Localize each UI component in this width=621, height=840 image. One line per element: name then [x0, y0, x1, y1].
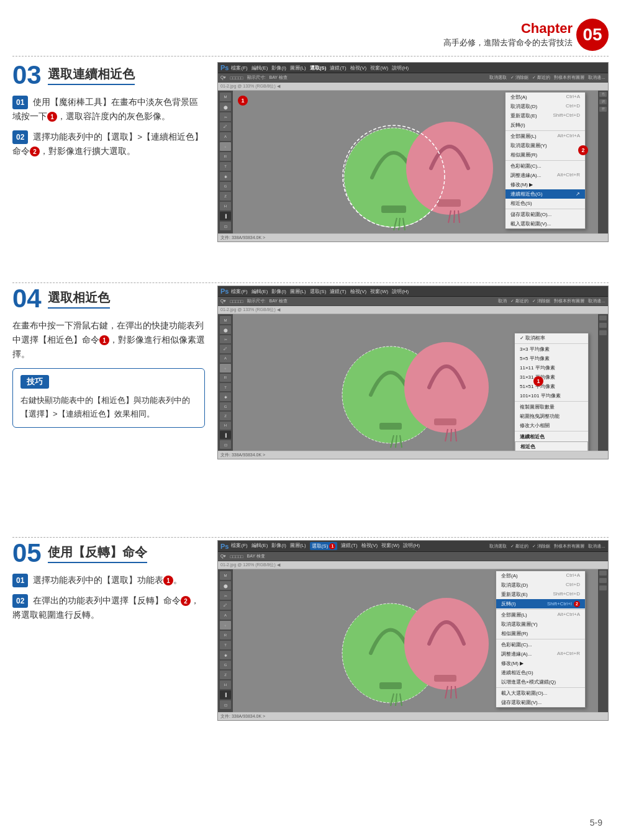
right-panels-05 — [598, 569, 608, 712]
tool-6: ⬦ — [220, 142, 231, 151]
select-menu-active: 選取(S) 1 — [310, 542, 338, 550]
section-05: 05 使用【反轉】命令 01 選擇功能表列中的【選取】功能表1。 02 在彈出的… — [12, 540, 609, 721]
svg-rect-3 — [437, 199, 461, 207]
section-05-screenshot: Ps 檔案(F) 編輯(E) 影像(I) 圖層(L) 選取(S) 1 濾鏡(T)… — [217, 540, 609, 721]
ps-window-03: Ps 檔案(F) 編輯(E) 影像(I) 圖層(L) 選取(S) 濾鏡(T) 檢… — [217, 62, 609, 242]
circle-4-1: 1 — [99, 335, 109, 345]
section-divider-04 — [12, 282, 609, 283]
section-04-left: 04 選取相近色 在畫布中按一下滑鼠右鍵，在彈出的快捷功能表列中選擇【相近色】命… — [12, 286, 205, 459]
tool-4: 🖊 — [220, 122, 231, 131]
ps-statusbar-03: 文件: 338A/93834.0K > — [218, 233, 608, 242]
section-05-left: 05 使用【反轉】命令 01 選擇功能表列中的【選取】功能表1。 02 在彈出的… — [12, 540, 205, 721]
tool-10: G — [220, 182, 231, 191]
step-badge-05-02: 02 — [12, 594, 28, 608]
menu-item-invert: 反轉(I) Shift+Ctrl+I2 — [496, 599, 585, 608]
context-menu-similar: 相近色 — [515, 441, 588, 451]
section-04-name: 選取相近色 — [48, 289, 110, 309]
circle-1: 1 — [47, 112, 57, 122]
section-04-num: 04 — [12, 286, 42, 312]
tool-13: ▐ — [220, 212, 231, 220]
section-03-num: 03 — [12, 62, 42, 88]
svg-rect-1 — [381, 205, 406, 213]
section-05-step02: 02 在彈出的功能表列中選擇【反轉】命令2，將選取範圍進行反轉。 — [12, 594, 205, 623]
tool-1: M — [220, 93, 231, 101]
tip-box-04: 技巧 右鍵快顯功能表中的【相近色】與功能表列中的【選擇】>【連續相近色】效果相同… — [12, 368, 205, 428]
tool-3: ✂ — [220, 112, 231, 121]
step-badge-05-01: 01 — [12, 574, 28, 587]
section-03-step02: 02 選擇功能表列中的【選取】>【連續相近色】命令2，對影像進行擴大選取。 — [12, 130, 205, 159]
tool-12: H — [220, 202, 231, 210]
ps-statusbar-04: 文件: 338A/93834.0K > — [218, 451, 608, 459]
tool-8: T — [220, 162, 231, 171]
tool-2: ⬤ — [220, 102, 231, 111]
svg-rect-12 — [379, 423, 402, 430]
step-indicator-1: 1 — [238, 96, 248, 106]
chapter-subtitle: 高手必修，進階去背命令的去背技法 — [443, 37, 573, 48]
section-05-name: 使用【反轉】命令 — [48, 544, 147, 563]
section-03-screenshot: Ps 檔案(F) 編輯(E) 影像(I) 圖層(L) 選取(S) 濾鏡(T) 檢… — [217, 62, 609, 242]
section-04-title: 04 選取相近色 — [12, 286, 205, 312]
right-panels-03: 色 調 歷 — [598, 91, 608, 233]
section-04-screenshot: Ps 檔案(F) 編輯(E) 影像(I) 圖層(L) 選取(S) 濾鏡(T) 檢… — [217, 286, 609, 459]
tool-9: ✱ — [220, 172, 231, 181]
svg-line-29 — [451, 686, 451, 698]
chapter-text-block: Chapter 高手必修，進階去背命令的去背技法 — [443, 21, 573, 48]
ps-logo-03: Ps — [220, 64, 229, 71]
ps-logo-05: Ps — [220, 543, 229, 550]
ps-window-05: Ps 檔案(F) 編輯(E) 影像(I) 圖層(L) 選取(S) 1 濾鏡(T)… — [217, 540, 609, 721]
step-indicator-2: 2 — [578, 145, 588, 155]
section-05-title: 05 使用【反轉】命令 — [12, 540, 205, 566]
section-divider-05 — [12, 537, 609, 538]
svg-line-19 — [451, 429, 451, 441]
menu-item-grow: 連續相近色(G) ↗ — [505, 189, 585, 199]
section-03-step01: 01 使用【魔術棒工具】在畫布中淡灰色背景區域按一下1，選取容許度內的灰色影像。 — [12, 96, 205, 124]
section-05-step01: 01 選擇功能表列中的【選取】功能表1。 — [12, 574, 205, 588]
page-number: 5-9 — [590, 818, 602, 828]
chapter-word: Chapter — [443, 21, 573, 36]
step-badge-01: 01 — [12, 96, 28, 109]
section-03-title: 03 選取連續相近色 — [12, 62, 205, 88]
svg-rect-22 — [379, 682, 402, 689]
tool-11: Z — [220, 192, 231, 201]
step-indicator-4-1: 1 — [533, 376, 543, 386]
select-dropdown-03: 全部(A) Ctrl+A 取消選取(D) Ctrl+D 重新選取(E) Shif… — [505, 92, 586, 229]
step-badge-02: 02 — [12, 130, 28, 144]
circle-2: 2 — [30, 147, 40, 156]
svg-rect-14 — [434, 418, 456, 425]
top-divider — [12, 56, 609, 56]
ps-statusbar-05: 文件: 338A/93834.0K > — [218, 712, 608, 720]
section-03: 03 選取連續相近色 01 使用【魔術棒工具】在畫布中淡灰色背景區域按一下1，選… — [12, 62, 609, 242]
section-04: 04 選取相近色 在畫布中按一下滑鼠右鍵，在彈出的快捷功能表列中選擇【相近色】命… — [12, 286, 609, 459]
ps-window-04: Ps 檔案(F) 編輯(E) 影像(I) 圖層(L) 選取(S) 濾鏡(T) 檢… — [217, 286, 609, 459]
tip-content-04: 右鍵快顯功能表中的【相近色】與功能表列中的【選擇】>【連續相近色】效果相同。 — [20, 394, 197, 421]
right-panels-04 — [598, 314, 608, 451]
section-03-left: 03 選取連續相近色 01 使用【魔術棒工具】在畫布中淡灰色背景區域按一下1，選… — [12, 62, 205, 242]
chapter-number-badge: 05 — [576, 19, 609, 51]
tool-5: A — [220, 132, 231, 141]
svg-rect-24 — [434, 675, 456, 682]
tool-7: R — [220, 152, 231, 161]
section-03-name: 選取連續相近色 — [48, 66, 135, 85]
section-05-num: 05 — [12, 540, 42, 566]
context-menu-04: ✓ 取消框率 3×3 平均像素 5×5 平均像素 11×11 平均像素 31×3… — [514, 333, 589, 451]
chapter-header: Chapter 高手必修，進階去背命令的去背技法 05 — [443, 19, 609, 51]
svg-line-8 — [454, 210, 455, 223]
circle-5-1: 1 — [163, 576, 173, 585]
section-04-text: 在畫布中按一下滑鼠右鍵，在彈出的快捷功能表列中選擇【相近色】命令1，對影像進行相… — [12, 319, 205, 362]
ps-logo-04: Ps — [220, 287, 229, 295]
tool-14: ⊡ — [220, 222, 231, 230]
tip-title-04: 技巧 — [20, 375, 49, 389]
circle-5-2: 2 — [181, 596, 191, 606]
select-dropdown-05: 全部(A)Ctrl+A 取消選取(D)Ctrl+D 重新選取(E)Shift+C… — [496, 571, 586, 708]
